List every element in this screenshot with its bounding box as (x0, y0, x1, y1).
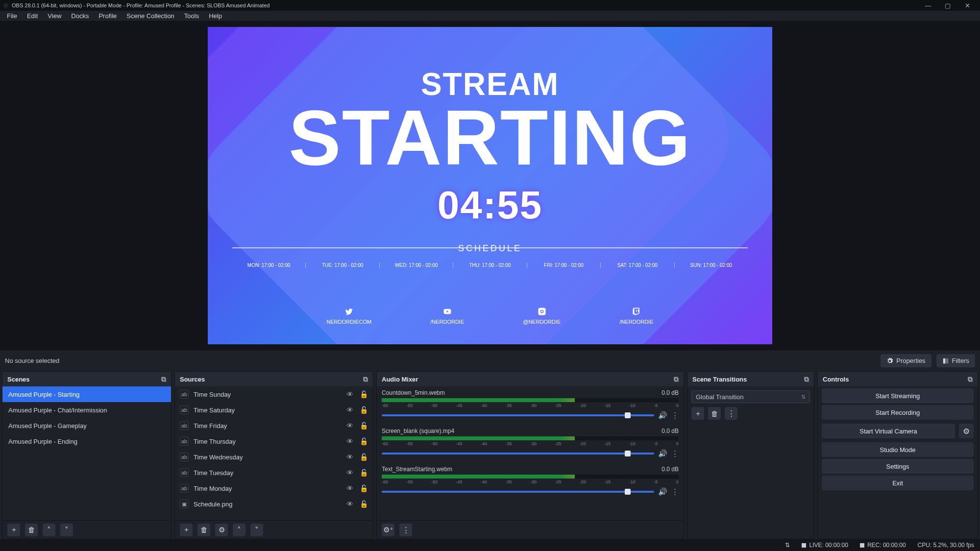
properties-button[interactable]: Properties (881, 354, 931, 367)
visibility-toggle[interactable]: 👁 (345, 453, 354, 461)
schedule-day: SAT: 17:00 - 02:00 (600, 263, 674, 268)
remove-scene-button[interactable]: 🗑 (25, 524, 38, 536)
source-settings-button[interactable]: ⚙ (215, 524, 228, 536)
minimize-button[interactable]: — (918, 0, 938, 11)
popout-icon[interactable]: ⧉ (804, 375, 809, 383)
source-name: Time Friday (194, 422, 341, 430)
maximize-button[interactable]: ▢ (938, 0, 957, 11)
visibility-toggle[interactable]: 👁 (345, 484, 354, 492)
add-source-button[interactable]: ＋ (180, 524, 193, 536)
source-item[interactable]: ▣Schedule.png👁🔓 (175, 496, 373, 512)
speaker-icon[interactable]: 🔊 (658, 449, 667, 458)
add-scene-button[interactable]: ＋ (7, 524, 20, 536)
visibility-toggle[interactable]: 👁 (345, 422, 354, 430)
visibility-toggle[interactable]: 👁 (345, 437, 354, 445)
source-name: Time Tuesday (194, 469, 341, 477)
control-start-recording[interactable]: Start Recording (822, 405, 974, 420)
channel-menu-button[interactable]: ⋮ (671, 487, 679, 496)
source-item[interactable]: abTime Thursday👁🔓 (175, 433, 373, 449)
source-item[interactable]: abTime Monday👁🔓 (175, 480, 373, 496)
control-studio-mode[interactable]: Studio Mode (822, 442, 974, 457)
lock-toggle[interactable]: 🔓 (359, 390, 368, 398)
source-item[interactable]: abTime Wednesday👁🔓 (175, 449, 373, 465)
channel-menu-button[interactable]: ⋮ (671, 449, 679, 458)
preview-area[interactable]: STREAM STARTING 04:55 SCHEDULE MON: 17:0… (0, 22, 980, 350)
audio-meter (382, 436, 679, 440)
lock-toggle[interactable]: 🔓 (359, 406, 368, 414)
transition-menu-button[interactable]: ⋮ (725, 407, 737, 420)
source-up-button[interactable]: ˄ (233, 524, 245, 536)
lock-toggle[interactable]: 🔓 (359, 469, 368, 477)
volume-slider[interactable] (382, 414, 654, 416)
scene-down-button[interactable]: ˅ (60, 524, 73, 536)
menu-scene-collection[interactable]: Scene Collection (122, 11, 179, 21)
twitter-icon (344, 307, 353, 316)
visibility-toggle[interactable]: 👁 (345, 469, 354, 477)
remove-source-button[interactable]: 🗑 (197, 524, 210, 536)
volume-slider[interactable] (382, 453, 654, 455)
control-start-streaming[interactable]: Start Streaming (822, 388, 974, 403)
status-connection-icon: ⇅ (785, 542, 790, 549)
scenes-list[interactable]: Amused Purple - StartingAmused Purple - … (2, 386, 171, 520)
source-down-button[interactable]: ˅ (250, 524, 263, 536)
chevron-updown-icon: ⇅ (801, 394, 806, 400)
scene-item[interactable]: Amused Purple - Chat/Intermission (2, 402, 171, 418)
sources-panel: Sources ⧉ abTime Sunday👁🔓abTime Saturday… (174, 371, 373, 539)
lock-toggle[interactable]: 🔓 (359, 422, 368, 430)
popout-icon[interactable]: ⧉ (363, 375, 368, 383)
menu-file[interactable]: File (2, 11, 22, 21)
scene-item[interactable]: Amused Purple - Gameplay (2, 418, 171, 433)
menu-help[interactable]: Help (204, 11, 227, 21)
channel-menu-button[interactable]: ⋮ (671, 411, 679, 420)
mixer-channel: Countdown_5min.webm0.0 dB-60-55-50-45-40… (377, 386, 684, 425)
sources-list[interactable]: abTime Sunday👁🔓abTime Saturday👁🔓abTime F… (175, 386, 373, 520)
remove-transition-button[interactable]: 🗑 (708, 407, 721, 420)
control-start-virtual-camera[interactable]: Start Virtual Camera (822, 424, 955, 438)
youtube-icon (443, 307, 452, 316)
menu-tools[interactable]: Tools (179, 11, 204, 21)
preview-schedule-label: SCHEDULE (451, 243, 529, 254)
filters-label: Filters (952, 357, 969, 364)
filters-button[interactable]: Filters (936, 354, 975, 367)
source-item[interactable]: abTime Saturday👁🔓 (175, 402, 373, 418)
speaker-icon[interactable]: 🔊 (658, 411, 667, 420)
visibility-toggle[interactable]: 👁 (345, 500, 354, 508)
popout-icon[interactable]: ⧉ (161, 375, 166, 383)
menu-profile[interactable]: Profile (94, 11, 122, 21)
virtual-camera-settings-button[interactable]: ⚙ (959, 424, 974, 438)
mixer-db: 0.0 dB (662, 428, 679, 434)
control-settings[interactable]: Settings (822, 459, 974, 474)
lock-toggle[interactable]: 🔓 (359, 453, 368, 461)
menu-docks[interactable]: Docks (66, 11, 94, 21)
scene-item[interactable]: Amused Purple - Ending (2, 433, 171, 449)
scene-up-button[interactable]: ˄ (43, 524, 55, 536)
lock-toggle[interactable]: 🔓 (359, 484, 368, 492)
schedule-day: FRI: 17:00 - 02:00 (527, 263, 600, 268)
mixer-menu-button[interactable]: ⋮ (399, 524, 412, 536)
source-item[interactable]: abTime Friday👁🔓 (175, 418, 373, 433)
source-item[interactable]: abTime Sunday👁🔓 (175, 386, 373, 402)
add-transition-button[interactable]: ＋ (691, 407, 704, 420)
transition-select[interactable]: Global Transition ⇅ (691, 390, 810, 403)
scene-item[interactable]: Amused Purple - Starting (2, 386, 171, 402)
close-button[interactable]: ✕ (957, 0, 977, 11)
visibility-toggle[interactable]: 👁 (345, 390, 354, 398)
lock-toggle[interactable]: 🔓 (359, 500, 368, 508)
lock-toggle[interactable]: 🔓 (359, 437, 368, 445)
social-instagram: @NERDORDIE (523, 307, 561, 325)
mixer-advanced-button[interactable]: ⚙⁺ (382, 524, 394, 536)
schedule-day: SUN: 17:00 - 02:00 (674, 263, 748, 268)
social-youtube: /NERDORDIE (430, 307, 464, 325)
speaker-icon[interactable]: 🔊 (658, 487, 667, 496)
social-twitter: NERDORDIECOM (327, 307, 372, 325)
popout-icon[interactable]: ⧉ (674, 375, 679, 383)
menu-view[interactable]: View (43, 11, 66, 21)
menu-edit[interactable]: Edit (22, 11, 43, 21)
volume-slider[interactable] (382, 491, 654, 493)
popout-icon[interactable]: ⧉ (968, 375, 973, 383)
transitions-panel: Scene Transitions ⧉ Global Transition ⇅ … (687, 371, 814, 539)
control-exit[interactable]: Exit (822, 476, 974, 490)
source-item[interactable]: abTime Tuesday👁🔓 (175, 465, 373, 480)
mixer-title: Audio Mixer (382, 376, 418, 383)
visibility-toggle[interactable]: 👁 (345, 406, 354, 414)
